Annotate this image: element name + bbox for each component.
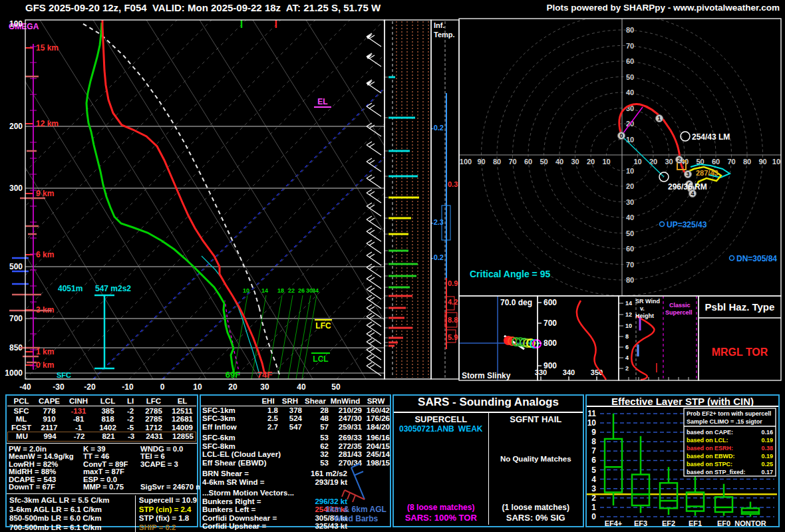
dry-adiabat — [200, 20, 419, 379]
hodo-height-marker-label: 0 — [619, 132, 623, 139]
wind-barb — [367, 142, 372, 145]
dry-adiabat — [306, 20, 526, 379]
pcl-header-cell: CINH — [63, 397, 94, 406]
hodo-ring-label: 50 — [626, 73, 634, 81]
hodo-ring-label: 20 — [587, 158, 595, 166]
inflow-srh-label: 547 m2s2 — [95, 284, 131, 293]
table-row: ML910-81818-2278512681 — [7, 415, 196, 424]
stp-panel: Effective Layer STP (with CIN) 012345678… — [585, 394, 780, 527]
run-info: GFS 2025-09-20 12z, F054 VALID: Mon 2025… — [25, 2, 381, 13]
stp-legend-value: 0.19 — [761, 453, 773, 460]
sounding-plots: 4051m 547 m2s2 EL LFC LCL 69F 74F SFC OM… — [0, 0, 785, 394]
kin-cell: 184/20 — [362, 423, 390, 432]
km-label: 0 km — [36, 360, 54, 370]
lm-label: 254/43 LM — [692, 132, 730, 142]
mixing-ratio-label: 18 — [277, 287, 284, 294]
storm-motion-label: Corfidi Upshear = — [202, 522, 287, 531]
pressure-label: 700 — [9, 314, 23, 323]
slinky-rings — [504, 336, 541, 348]
temp-axis-label: 40 — [297, 382, 306, 392]
pcl-cell: 778 — [35, 407, 63, 416]
kin-cell: 204/15 — [362, 442, 390, 451]
pcl-cell: 910 — [35, 415, 63, 424]
kin-label: SFC-8km — [202, 442, 302, 451]
pcl-cell: 1712 — [139, 424, 168, 432]
wind-barb — [367, 358, 381, 368]
stp-category-label: EF0 — [717, 519, 730, 527]
parcel-trace — [81, 23, 259, 309]
pcl-cell: -131 — [63, 407, 94, 416]
dry-adiabat — [146, 20, 366, 379]
user-motion-label: 287/43 — [696, 169, 718, 177]
wind-barb — [367, 243, 381, 253]
srwind-height-label: 10 — [625, 323, 632, 329]
thermo-cell — [140, 468, 198, 476]
inf-header2: Temp. — [434, 31, 455, 39]
thetae-pressure-label: 600 — [544, 298, 557, 307]
mixing-ratio-label: 10 — [243, 287, 249, 294]
hodo-ring-label: 10 — [633, 158, 641, 166]
temp-axis-label: 50 — [331, 382, 341, 392]
storm-motion-label: Bunkers Left = — [202, 505, 287, 514]
kin-label: SFC-1km — [202, 406, 258, 415]
pcl-cell: FCST — [7, 424, 35, 432]
stp-legend-header1: Prob EF2+ torn with supercell — [687, 410, 771, 417]
stp-legend-value: 0.25 — [761, 461, 773, 467]
wind-barb — [367, 366, 381, 376]
kin-header-cell: EHI — [258, 397, 278, 406]
wind-barb — [367, 338, 372, 342]
stp-category-label: EF1 — [689, 519, 702, 527]
sars-columns: SUPERCELL 03050721.ANB WEAK (8 loose mat… — [394, 413, 583, 525]
temp-axis-label: -30 — [53, 382, 65, 392]
hodo-ring-label: 100 — [772, 158, 784, 166]
kin-label: SFC-3km — [202, 414, 258, 423]
divider — [7, 443, 197, 444]
hodo-ring-label: 70 — [727, 158, 735, 166]
stp-legend-value: 0.38 — [761, 445, 773, 452]
wind-barb — [369, 192, 375, 195]
corfidi-dn-marker — [730, 256, 734, 261]
lapse-rate-row: Sfc-3km AGL LR = 5.5 C/km — [9, 496, 135, 505]
kin-cell: 2.5 — [258, 414, 278, 423]
sars-match-name[interactable]: 03050721.ANB — [399, 424, 454, 434]
classic-label2: Supercell — [665, 309, 693, 316]
wind-barb — [369, 254, 375, 257]
stp-box — [605, 439, 622, 492]
thetae-value-label: 330 — [535, 368, 547, 376]
stp-legend-label: based on LCL: — [687, 437, 728, 444]
credit-text: Plots powered by SHARPpy - www.pivotalwe… — [546, 3, 780, 13]
wind-barb — [369, 277, 375, 281]
inf-temp-value: -2.3 — [431, 218, 444, 226]
kin-cell: 196/16 — [362, 434, 390, 442]
pcl-cell: ML — [7, 415, 35, 424]
sars-match-row[interactable]: 03050721.ANB WEAK — [394, 424, 488, 434]
km-label: 6 km — [36, 250, 54, 259]
sars-loose-matches: (8 loose matches) — [394, 503, 488, 513]
wind-barb — [367, 267, 381, 277]
stp-legend-header2: Sample CLIMO = .15 sigtor — [687, 418, 762, 425]
wind-barb — [367, 206, 381, 216]
srwind-title1: SR Wind — [635, 298, 660, 305]
sars-hail-column: SGFNT HAIL No Quality Matches (1 loose m… — [488, 413, 583, 525]
isotherm — [94, 20, 454, 379]
sars-panel: SARS - Sounding Analogs SUPERCELL 030507… — [392, 394, 584, 527]
isotherm — [0, 20, 246, 379]
hazard-panel: Psbl Haz. Type MRGL TOR — [699, 301, 781, 358]
pcl-cell: 818 — [94, 415, 122, 424]
hodo-ring-label: 80 — [626, 276, 634, 284]
wind-barb — [369, 356, 375, 360]
isotherm-highlight — [162, 20, 522, 379]
table-row: Eff Inflow2.754757259/31184/20 — [201, 423, 390, 432]
isotherm — [129, 20, 488, 379]
wind-barb — [367, 350, 381, 360]
pcl-cell: 2431 — [140, 432, 169, 441]
table-row: MU994-72821-3243112855 — [7, 432, 196, 442]
isotherm — [0, 20, 177, 379]
wind-barb — [367, 279, 381, 289]
pcl-header-cell: PCL — [7, 397, 35, 406]
barb-inset-svg — [322, 461, 390, 503]
isotherm — [0, 20, 315, 379]
hodo-height-marker-label: 3 — [686, 171, 689, 178]
sars-supercell-summary: (8 loose matches) SARS: 100% TOR — [394, 503, 488, 523]
wind-barb — [369, 230, 375, 233]
